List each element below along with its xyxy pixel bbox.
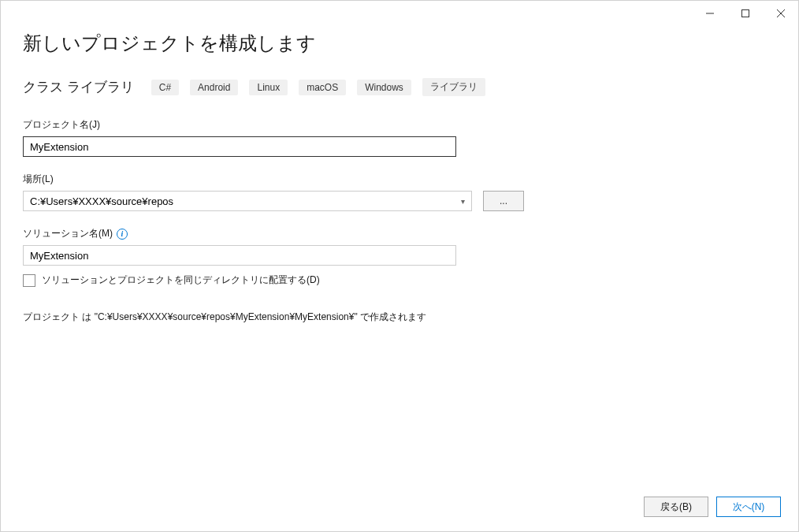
project-name-group: プロジェクト名(J) bbox=[23, 118, 776, 157]
project-name-input[interactable] bbox=[23, 136, 456, 157]
tag-library: ライブラリ bbox=[422, 78, 485, 96]
tag-macos: macOS bbox=[299, 80, 346, 95]
creation-path-info: プロジェクト は "C:¥Users¥XXXX¥source¥repos¥MyE… bbox=[23, 311, 776, 324]
back-button[interactable]: 戻る(B) bbox=[644, 497, 708, 517]
close-button[interactable] bbox=[763, 2, 798, 24]
browse-button[interactable]: ... bbox=[483, 191, 524, 211]
next-button[interactable]: 次へ(N) bbox=[716, 497, 781, 517]
solution-name-label-text: ソリューション名(M) bbox=[23, 227, 113, 240]
tag-windows: Windows bbox=[357, 80, 411, 95]
same-directory-checkbox[interactable] bbox=[23, 274, 35, 287]
content-area: 新しいプロジェクトを構成します クラス ライブラリ C# Android Lin… bbox=[1, 24, 798, 324]
same-directory-label: ソリューションとプロジェクトを同じディレクトリに配置する(D) bbox=[42, 273, 320, 287]
maximize-button[interactable] bbox=[727, 2, 763, 24]
close-icon bbox=[777, 9, 785, 17]
minimize-icon bbox=[706, 9, 714, 17]
project-name-label: プロジェクト名(J) bbox=[23, 118, 776, 132]
tag-android: Android bbox=[190, 80, 238, 95]
solution-name-group: ソリューション名(M) i ソリューションとプロジェクトを同じディレクトリに配置… bbox=[23, 227, 776, 287]
template-name: クラス ライブラリ bbox=[23, 78, 134, 96]
maximize-icon bbox=[741, 9, 749, 17]
solution-name-label: ソリューション名(M) i bbox=[23, 227, 776, 240]
chevron-down-icon: ▾ bbox=[461, 197, 465, 206]
tag-csharp: C# bbox=[151, 80, 179, 95]
same-directory-row: ソリューションとプロジェクトを同じディレクトリに配置する(D) bbox=[23, 273, 776, 287]
svg-rect-1 bbox=[741, 10, 749, 17]
tag-linux: Linux bbox=[249, 80, 288, 95]
location-label: 場所(L) bbox=[23, 173, 776, 186]
info-icon[interactable]: i bbox=[117, 229, 128, 240]
solution-name-input[interactable] bbox=[23, 245, 456, 266]
location-select[interactable]: C:¥Users¥XXXX¥source¥repos ▾ bbox=[23, 191, 472, 211]
titlebar bbox=[1, 1, 798, 24]
template-info-row: クラス ライブラリ C# Android Linux macOS Windows… bbox=[23, 78, 776, 96]
location-value: C:¥Users¥XXXX¥source¥repos bbox=[30, 195, 173, 207]
location-group: 場所(L) C:¥Users¥XXXX¥source¥repos ▾ ... bbox=[23, 173, 776, 211]
footer: 戻る(B) 次へ(N) bbox=[644, 497, 781, 517]
minimize-button[interactable] bbox=[692, 2, 727, 24]
page-title: 新しいプロジェクトを構成します bbox=[23, 31, 776, 56]
